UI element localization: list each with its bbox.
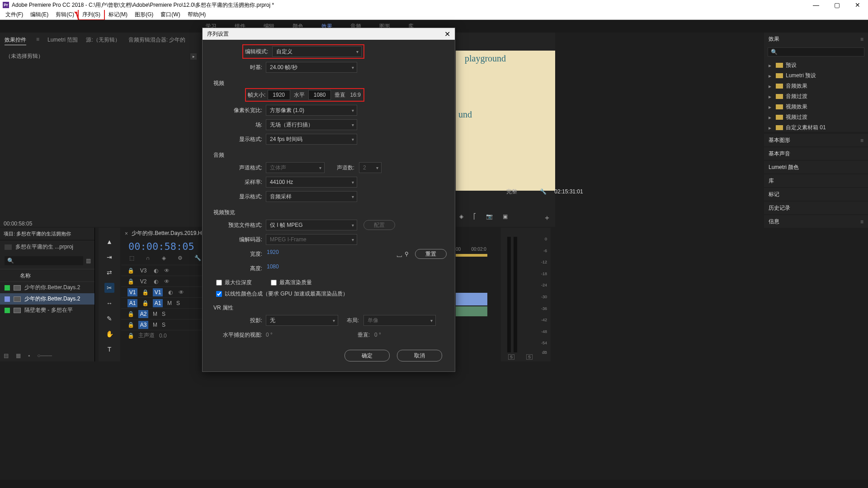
cancel-button[interactable]: 取消 [397,350,442,361]
video-clip[interactable] [456,293,487,305]
preview-format-select[interactable]: 仅 I 帧 MPEG [266,220,357,230]
list-view-icon[interactable]: ▤ [4,352,9,359]
icon-view-icon[interactable]: ▦ [16,352,21,359]
close-tab-icon[interactable]: × [125,230,128,237]
bin-icon[interactable]: ▥ [86,258,91,264]
menu-clip[interactable]: 剪辑(C) [52,10,78,19]
sequence-tab[interactable]: 少年的你.Better.Days.2019.HD [132,230,206,237]
projection-select[interactable]: 无 [266,315,338,326]
vfmt-label: 显示格式: [211,136,266,143]
effects-folder[interactable]: ▸Lumetri 预设 [768,70,864,81]
libraries-panel[interactable]: 库 [764,174,868,187]
effects-folder[interactable]: ▸自定义素材箱 01 [768,122,864,133]
work-area-bar[interactable] [456,254,487,257]
settings-icon[interactable]: ⚙ [178,255,183,261]
linked-sel-icon[interactable]: ∩ [146,255,150,261]
ripple-edit-tool[interactable]: ⇄ [104,267,114,277]
preview-width-value[interactable]: 1920 [266,249,288,259]
audio-clip[interactable] [456,306,487,316]
ok-button[interactable]: 确定 [344,350,390,361]
selection-tool[interactable]: ▲ [104,237,114,247]
audio-display-format-select[interactable]: 音频采样 [266,191,357,202]
menu-graphics[interactable]: 图形(G) [131,10,157,19]
razor-tool[interactable]: ✂ [104,283,114,293]
info-panel[interactable]: 信息≡ [764,215,868,228]
menu-sequence[interactable]: 序列(S) [78,9,105,20]
freeform-view-icon[interactable]: ▪ [28,352,30,359]
field-select[interactable]: 无场（逐行扫描） [266,119,357,130]
export-frame-icon[interactable]: ▣ [503,213,508,223]
track-v2[interactable]: V2 [138,278,148,285]
max-render-quality-checkbox[interactable]: 最高渲染质量 [271,279,312,286]
edit-mode-select[interactable]: 自定义 [272,46,362,57]
sample-rate-select[interactable]: 44100 Hz [266,177,357,188]
par-select[interactable]: 方形像素 (1.0) [266,105,357,116]
track-select-tool[interactable]: ⇥ [104,252,114,262]
tab-lumetri-scopes[interactable]: Lumetri 范围 [47,36,78,45]
minimize-button[interactable]: — [806,0,826,10]
markers-panel[interactable]: 标记 [764,188,868,201]
marker-icon[interactable]: ◈ [162,255,166,261]
menu-file[interactable]: 文件(F) [2,10,27,19]
track-a3[interactable]: A3 [138,321,148,329]
type-tool[interactable]: T [104,344,114,354]
wrench-icon[interactable]: 🔧 [194,255,201,261]
chevron-right-icon[interactable]: ▸ [190,53,197,60]
menu-help[interactable]: 帮助(H) [184,10,210,19]
add-marker-icon[interactable]: ◈ [459,213,463,223]
maximize-button[interactable]: ▢ [826,0,847,10]
master-track[interactable]: 主声道 [138,332,155,339]
menu-edit[interactable]: 编辑(E) [27,10,52,19]
effects-folder[interactable]: ▸视频效果 [768,102,864,112]
frame-height-input[interactable] [308,90,331,100]
src-a1[interactable]: A1 [127,299,137,307]
timebase-select[interactable]: 24.00 帧/秒 [266,62,357,73]
track-v3[interactable]: V3 [138,267,148,274]
pen-tool[interactable]: ✎ [104,314,114,324]
effects-search-input[interactable] [768,47,864,56]
tab-source[interactable]: 源:（无剪辑） [86,36,120,45]
frame-width-input[interactable] [268,90,290,100]
video-display-format-select[interactable]: 24 fps 时间码 [266,134,357,145]
track-a1[interactable]: A1 [153,299,163,307]
solo-r[interactable]: S [526,354,533,360]
effects-folder[interactable]: ▸预设 [768,60,864,70]
in-point-icon[interactable]: ⎡ [473,213,476,223]
snap-icon[interactable]: ⬚ [129,255,134,261]
effects-folder[interactable]: ▸视频过渡 [768,112,864,122]
linear-color-checkbox[interactable]: 以线性颜色合成（要求 GPU 加速或最高渲染品质） [216,290,447,298]
project-search-input[interactable] [5,256,83,265]
effects-folder[interactable]: ▸音频效果 [768,81,864,91]
essential-graphics-panel[interactable]: 基本图形≡ [764,134,868,146]
configure-button: 配置 [363,220,395,230]
lumetri-color-panel[interactable]: Lumetri 颜色 [764,161,868,174]
project-column-name[interactable]: 名称 [0,269,94,282]
history-panel[interactable]: 历史记录 [764,202,868,214]
wrench-icon[interactable]: 🔧 [540,188,547,195]
camera-icon[interactable]: 📷 [486,213,493,223]
slip-tool[interactable]: ↔ [104,298,114,308]
dialog-close-icon[interactable]: ✕ [444,30,450,38]
zoom-slider[interactable]: ○─── [37,352,52,359]
panel-menu-icon[interactable]: ≡ [860,36,863,42]
link-chain-icon[interactable]: ⚲ [405,251,409,257]
effects-folder[interactable]: ▸音频过渡 [768,91,864,102]
project-tab[interactable]: 项目: 多想在平庸的生活拥抱你 [0,228,94,240]
reset-button[interactable]: 重置 [415,249,447,259]
solo-l[interactable]: S [508,354,514,360]
button-editor-icon[interactable]: ＋ [543,213,551,223]
preview-height-value[interactable]: 1080 [266,263,288,273]
tab-audio-mixer[interactable]: 音频剪辑混合器: 少年的 [128,36,186,45]
panel-menu-icon[interactable]: ≡ [36,36,39,45]
src-v1[interactable]: V1 [127,288,137,296]
track-a2[interactable]: A2 [138,310,148,318]
max-bit-depth-checkbox[interactable]: 最大位深度 [216,279,252,286]
link-icon[interactable]: ⎵ [397,249,402,259]
hand-tool[interactable]: ✋ [104,329,114,339]
menu-window[interactable]: 窗口(W) [157,10,184,19]
essential-sound-panel[interactable]: 基本声音 [764,147,868,160]
track-v1[interactable]: V1 [153,288,163,296]
tab-effect-controls[interactable]: 效果控件 [5,36,26,45]
close-button[interactable]: ✕ [847,0,868,10]
menu-marker[interactable]: 标记(M) [105,10,131,19]
